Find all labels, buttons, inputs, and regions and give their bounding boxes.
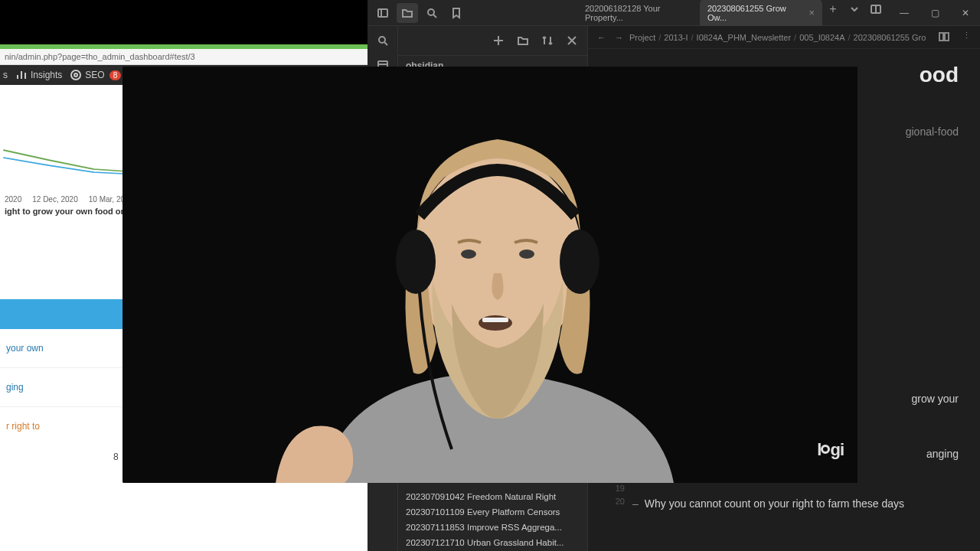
browser-titlebar	[0, 0, 368, 44]
bookmark-icon[interactable]	[446, 3, 467, 23]
new-folder-icon[interactable]	[512, 31, 534, 51]
maximize-button[interactable]: ▢	[920, 2, 949, 24]
split-icon[interactable]	[865, 0, 887, 19]
url-bar[interactable]: nin/admin.php?page=tho_admin_dashboard#t…	[0, 49, 368, 65]
tab-grow-own[interactable]: 202308061255 Grow Ow... ×	[700, 0, 822, 27]
svg-point-13	[396, 230, 436, 294]
back-icon[interactable]: ←	[594, 31, 609, 44]
sort-icon[interactable]	[537, 31, 558, 51]
minimize-button[interactable]: —	[890, 2, 919, 24]
svg-point-3	[428, 9, 434, 15]
breadcrumb-item[interactable]: Project	[629, 33, 655, 42]
folder-icon[interactable]	[397, 3, 418, 23]
more-icon[interactable]: ⋮	[959, 29, 974, 46]
webcam-overlay: lgi	[122, 67, 858, 483]
close-button[interactable]: ✕	[951, 2, 980, 24]
tab-property[interactable]: 202006182128 Your Property...	[577, 0, 700, 27]
collapse-icon[interactable]	[561, 31, 583, 51]
svg-point-11	[461, 249, 476, 259]
nav-tab-s[interactable]: s	[3, 70, 8, 80]
sidebar-toggle-icon[interactable]	[372, 3, 394, 23]
breadcrumb-item[interactable]: 005_I0824A	[799, 33, 844, 42]
obsidian-titlebar: 202006182128 Your Property... 2023080612…	[368, 0, 980, 26]
tab-label: 202308061255 Grow Ow...	[707, 4, 804, 22]
window-controls: — ▢ ✕	[890, 2, 980, 24]
list-item[interactable]: 202307091042 Freedom Natural Right	[398, 489, 587, 504]
logi-watermark: lgi	[817, 440, 844, 460]
seo-count-badge: 8	[109, 70, 122, 80]
line-number: 19	[609, 482, 632, 493]
chevron-down-icon[interactable]	[844, 0, 865, 19]
list-item[interactable]: 202307121710 Urban Grassland Habit...	[398, 535, 587, 550]
tab-bar: 202006182128 Your Property... 2023080612…	[472, 0, 890, 27]
svg-point-1	[74, 73, 77, 77]
nav-label: SEO	[85, 70, 104, 80]
tab-label: 202006182128 Your Property...	[585, 4, 692, 22]
nav-label: Insights	[31, 70, 62, 80]
target-icon	[70, 69, 82, 81]
reading-mode-icon[interactable]	[935, 29, 953, 46]
search-icon[interactable]	[421, 3, 443, 23]
new-tab-icon[interactable]: +	[822, 0, 844, 19]
svg-rect-10	[482, 318, 508, 322]
new-note-icon[interactable]	[488, 31, 509, 51]
breadcrumb-item[interactable]: 2013-I	[664, 33, 688, 42]
person-illustration	[122, 67, 858, 483]
breadcrumb: ← → Project/ 2013-I/ I0824A_PHM_Newslett…	[588, 26, 980, 49]
close-icon[interactable]: ×	[808, 7, 815, 18]
breadcrumb-item[interactable]: I0824A_PHM_Newsletter	[697, 33, 792, 42]
quick-switch-icon[interactable]	[372, 31, 394, 51]
extra-col2: 8	[113, 452, 119, 462]
svg-point-14	[560, 230, 599, 294]
line-number: 20	[609, 495, 632, 506]
bar-chart-icon	[15, 69, 28, 81]
nav-tab-seo[interactable]: SEO 8	[70, 69, 121, 81]
breadcrumb-item[interactable]: 202308061255 Gro	[854, 33, 926, 42]
bullet-icon: –	[632, 497, 639, 510]
nav-tab-insights[interactable]: Insights	[15, 69, 62, 81]
forward-icon[interactable]: →	[612, 31, 626, 44]
axis-tick: 12 Dec, 2020	[32, 195, 78, 204]
axis-tick: 2020	[5, 195, 21, 204]
nav-label: s	[3, 70, 8, 80]
editor-line: –Why you cannot count on your right to f…	[632, 495, 959, 512]
list-item[interactable]: 202307111853 Improve RSS Aggrega...	[398, 520, 587, 535]
svg-point-5	[379, 37, 385, 43]
svg-point-0	[71, 70, 80, 80]
svg-point-12	[519, 249, 534, 259]
list-item[interactable]: 202307101109 Every Platform Censors	[398, 504, 587, 520]
svg-rect-2	[378, 9, 387, 17]
